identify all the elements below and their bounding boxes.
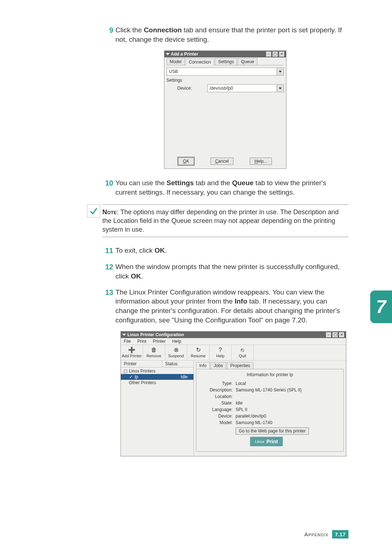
- step-12-number: 12: [102, 262, 113, 281]
- connection-type-value: USB: [167, 69, 277, 74]
- note-text: Note: The options may differ depending o…: [102, 204, 348, 237]
- col-printer: Printer: [121, 361, 162, 367]
- add-printer-btn-icon: ➕: [128, 347, 135, 353]
- suspend-btn-icon: ⊗: [174, 347, 179, 353]
- quit-btn-icon: ⎋: [241, 347, 244, 353]
- chapter-tab: 7: [370, 290, 392, 323]
- info-panel-title: Information for printer lp: [200, 371, 340, 380]
- step-13-number: 13: [102, 288, 113, 325]
- step-13-text: The Linux Printer Configuration window r…: [115, 288, 348, 325]
- tab-connection[interactable]: Connection: [185, 58, 214, 65]
- toolbar: ➕Add Printer🗑Remove⊗Suspend↻Resume?Help⎋…: [121, 345, 346, 361]
- linux-printer-config-dialog: Linux Printer Configuration – ▢ ✕ File P…: [121, 331, 346, 456]
- web-page-button[interactable]: Go to the Web page for this printer: [236, 427, 309, 435]
- tree-item[interactable]: Other Printers: [121, 380, 193, 386]
- info-row: Language:SPL II: [200, 406, 340, 413]
- step-10-text: You can use the Settings tab and the Que…: [115, 178, 348, 197]
- col-status: Status: [162, 361, 193, 367]
- tab-info[interactable]: Info: [196, 362, 210, 369]
- info-row: State:Idle: [200, 400, 340, 406]
- menu-file[interactable]: File: [124, 339, 131, 344]
- close-icon[interactable]: ✕: [339, 332, 344, 338]
- add-printer-dialog: Add a Printer – ▢ ✕ Model Connection Set…: [164, 50, 286, 169]
- step-11-text: To exit, click OK.: [115, 246, 348, 256]
- page-number: 7.17: [332, 530, 348, 538]
- settings-group-label: Settings: [167, 78, 284, 83]
- chevron-down-icon[interactable]: [277, 85, 283, 92]
- resume-btn[interactable]: ↻Resume: [187, 345, 209, 360]
- dialog2-title: Linux Printer Configuration: [127, 332, 184, 337]
- help-btn-icon: ?: [219, 347, 222, 353]
- close-icon[interactable]: ✕: [279, 51, 285, 57]
- device-label: Device:: [177, 86, 199, 91]
- tree-icon: ✓: [129, 374, 133, 379]
- info-row: Device:parallel:/dev/lp0: [200, 413, 340, 419]
- maximize-icon[interactable]: ▢: [272, 51, 278, 57]
- tree-item[interactable]: ▢Linux Printers: [121, 368, 193, 374]
- dialog2-titlebar: Linux Printer Configuration – ▢ ✕: [121, 332, 346, 338]
- window-menu-icon[interactable]: [122, 334, 126, 336]
- minimize-icon[interactable]: –: [326, 332, 331, 338]
- tab-queue[interactable]: Queue: [238, 58, 257, 65]
- suspend-btn[interactable]: ⊗Suspend: [165, 345, 187, 360]
- info-row: Type:Local: [200, 380, 340, 387]
- connection-type-dropdown[interactable]: USB: [167, 68, 284, 76]
- tab-properties[interactable]: Properties: [227, 362, 253, 369]
- add-printer-btn[interactable]: ➕Add Printer: [121, 345, 143, 360]
- tree-icon: ▢: [123, 369, 127, 374]
- chevron-down-icon[interactable]: [277, 68, 283, 75]
- footer-appendix-label: Appendix: [305, 531, 328, 537]
- device-value: /dev/usb/lp0: [208, 86, 277, 91]
- info-row: Location:: [200, 393, 340, 400]
- tab-settings[interactable]: Settings: [215, 58, 237, 65]
- dialog-titlebar: Add a Printer – ▢ ✕: [164, 51, 286, 57]
- tab-jobs[interactable]: Jobs: [211, 362, 226, 369]
- dialog-tabs: Model Connection Settings Queue: [167, 58, 284, 65]
- quit-btn[interactable]: ⎋Quit: [232, 345, 254, 360]
- step-10-number: 10: [102, 178, 113, 197]
- menu-help[interactable]: Help: [172, 339, 181, 344]
- step-11-number: 11: [102, 246, 113, 256]
- menubar: File Print Printer Help: [121, 338, 346, 345]
- page-footer: Appendix 7.17: [305, 530, 349, 538]
- tree-item[interactable]: ✓lpIdle: [121, 374, 193, 380]
- tab-model[interactable]: Model: [167, 58, 185, 65]
- help-button[interactable]: Help...: [250, 158, 272, 165]
- maximize-icon[interactable]: ▢: [332, 332, 338, 338]
- dialog-title: Add a Printer: [171, 52, 198, 57]
- ok-button[interactable]: OK: [178, 158, 194, 165]
- cancel-button[interactable]: Cancel: [211, 158, 233, 165]
- info-row: Description:Samsung ML-1740 Series (SPL …: [200, 387, 340, 393]
- help-btn[interactable]: ?Help: [209, 345, 232, 360]
- minimize-icon[interactable]: –: [266, 51, 271, 57]
- remove-btn-icon: 🗑: [151, 347, 157, 353]
- window-menu-icon[interactable]: [166, 53, 170, 55]
- printer-tree-pane: Printer Status ▢Linux Printers✓lpIdleOth…: [121, 361, 194, 456]
- resume-btn-icon: ↻: [196, 347, 201, 353]
- menu-printer[interactable]: Printer: [153, 339, 166, 344]
- note-check-icon: [87, 204, 100, 217]
- linux-print-package-logo: Linux Print: [250, 437, 283, 446]
- step-9-number: 9: [102, 25, 113, 44]
- step-9-text: Click the Connection tab and ensure that…: [115, 25, 348, 44]
- info-row: Model:Samsung ML-1740: [200, 419, 340, 426]
- step-12-text: When the window prompts that the new pri…: [115, 262, 348, 281]
- remove-btn[interactable]: 🗑Remove: [143, 345, 165, 360]
- device-dropdown[interactable]: /dev/usb/lp0: [207, 84, 284, 92]
- menu-print[interactable]: Print: [137, 339, 146, 344]
